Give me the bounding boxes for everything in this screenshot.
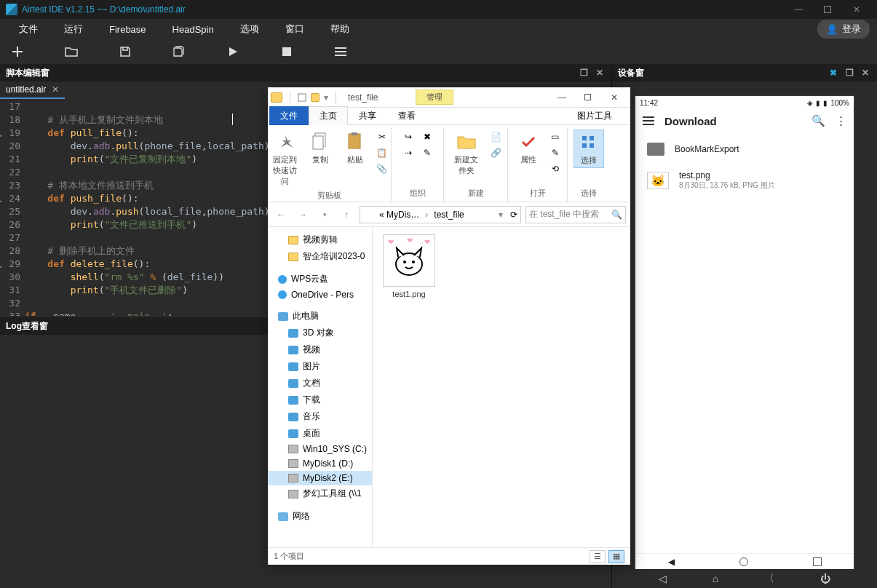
- ribbon-cut-icon[interactable]: ✂: [375, 130, 389, 144]
- tree-item[interactable]: WPS云盘: [268, 271, 372, 287]
- explorer-close-button[interactable]: ✕: [601, 89, 627, 106]
- ribbon-shortcut-icon[interactable]: 📎: [375, 162, 389, 176]
- ribbon-copypath-icon[interactable]: 📋: [375, 146, 389, 160]
- explorer-manage-tab[interactable]: 管理: [416, 90, 453, 105]
- ribbon-easyaccess-icon[interactable]: 🔗: [488, 146, 503, 160]
- search-icon[interactable]: 🔍: [811, 114, 825, 127]
- view-details-button[interactable]: ☰: [590, 550, 606, 563]
- toolbar-save-button[interactable]: [116, 43, 134, 60]
- tree-item[interactable]: 视频: [268, 341, 372, 358]
- list-item[interactable]: BookMarkExport: [635, 135, 854, 163]
- phone-mirror[interactable]: 11:42 ◈ ▮ ▮ 100% Download 🔍 ⋮: [635, 96, 854, 569]
- refresh-icon[interactable]: ⟳: [510, 210, 517, 220]
- breadcrumb[interactable]: test_file: [431, 210, 467, 220]
- ribbon-open-icon[interactable]: ▭: [548, 130, 563, 144]
- explorer-search-box[interactable]: 在 test_file 中搜索 🔍: [525, 206, 626, 223]
- tree-item[interactable]: 梦幻工具组 (\\1: [268, 485, 372, 502]
- address-dropdown-icon[interactable]: ▾: [499, 210, 503, 220]
- ribbon-edit-icon[interactable]: ✎: [548, 146, 563, 160]
- nav-up-button[interactable]: ↑: [338, 206, 355, 223]
- ribbon-tab-home[interactable]: 主页: [309, 106, 348, 125]
- tree-item[interactable]: 智企培训2023-0: [268, 248, 372, 265]
- qat-checkbox-icon[interactable]: [298, 93, 306, 102]
- tree-item[interactable]: 此电脑: [268, 308, 372, 325]
- editor-tab[interactable]: untitled.air ✕: [0, 82, 65, 99]
- editor-panel-close-icon[interactable]: ✕: [594, 67, 606, 79]
- menu-headspin[interactable]: HeadSpin: [159, 20, 227, 39]
- menu-run[interactable]: 运行: [51, 18, 96, 40]
- device-popout-icon[interactable]: ❐: [844, 67, 855, 79]
- explorer-nav-tree[interactable]: 视频剪辑智企培训2023-0WPS云盘OneDrive - Pers此电脑3D …: [268, 227, 373, 547]
- editor-tab-close-icon[interactable]: ✕: [52, 84, 59, 95]
- editor-panel-popout-icon[interactable]: ❐: [578, 67, 590, 79]
- ribbon-rename-icon[interactable]: ✎: [420, 146, 434, 160]
- tree-item[interactable]: 网络: [268, 508, 372, 525]
- nav-recent-dropdown[interactable]: ▾: [316, 206, 333, 223]
- toolbar-more-button[interactable]: [332, 43, 349, 60]
- explorer-minimize-button[interactable]: —: [549, 89, 575, 106]
- ribbon-history-icon[interactable]: ⟲: [548, 162, 563, 176]
- device-prev-button[interactable]: 〈: [764, 572, 774, 585]
- nav-home-icon[interactable]: [739, 557, 748, 566]
- qat-dropdown-icon[interactable]: ▾: [324, 92, 328, 103]
- ribbon-tab-share[interactable]: 共享: [348, 106, 387, 125]
- toolbar-open-button[interactable]: [63, 43, 80, 60]
- breadcrumb[interactable]: « MyDis…: [376, 210, 422, 220]
- tree-item[interactable]: Win10_SYS (C:): [268, 442, 372, 456]
- tree-item[interactable]: 3D 对象: [268, 325, 372, 341]
- ribbon-paste-button[interactable]: 粘贴: [340, 130, 370, 188]
- toolbar-saveall-button[interactable]: [170, 43, 188, 60]
- ribbon-copy-button[interactable]: 复制: [305, 130, 336, 188]
- explorer-content[interactable]: ❤ ❤ ❤ test1.png: [373, 227, 630, 547]
- device-back-button[interactable]: ◁: [659, 573, 667, 584]
- address-box[interactable]: « MyDis… › test_file ▾ ⟳: [360, 206, 521, 223]
- ribbon-tab-view[interactable]: 查看: [387, 106, 426, 125]
- device-power-button[interactable]: ⏻: [820, 573, 830, 584]
- window-minimize-button[interactable]: —: [784, 0, 813, 19]
- ribbon-newitem-icon[interactable]: 📄: [488, 130, 503, 144]
- device-close-icon[interactable]: ✕: [860, 67, 871, 79]
- tree-item[interactable]: OneDrive - Pers: [268, 287, 372, 302]
- nav-back-icon[interactable]: ◀: [668, 557, 675, 567]
- ribbon-copyto-icon[interactable]: ⇢: [401, 146, 416, 160]
- explorer-maximize-button[interactable]: [575, 89, 601, 106]
- tree-item[interactable]: 音乐: [268, 408, 372, 425]
- ribbon-delete-icon[interactable]: ✖: [420, 130, 434, 144]
- file-item[interactable]: ❤ ❤ ❤ test1.png: [380, 234, 438, 298]
- menu-icon[interactable]: [643, 116, 654, 125]
- toolbar-run-button[interactable]: [224, 43, 242, 60]
- ribbon-tab-file[interactable]: 文件: [269, 106, 309, 125]
- tree-item[interactable]: 视频剪辑: [268, 231, 372, 248]
- explorer-titlebar[interactable]: ▾ test_file 管理 — ✕: [268, 87, 630, 108]
- window-maximize-button[interactable]: [813, 0, 842, 19]
- ribbon-newfolder-button[interactable]: 新建文件夹: [448, 130, 484, 178]
- nav-recent-icon[interactable]: [813, 557, 822, 566]
- menu-window[interactable]: 窗口: [272, 18, 317, 40]
- tree-item[interactable]: MyDisk2 (E:): [268, 471, 372, 485]
- ribbon-properties-button[interactable]: 属性: [513, 130, 544, 176]
- tree-item[interactable]: MyDisk1 (D:): [268, 456, 372, 471]
- menu-help[interactable]: 帮助: [317, 18, 362, 40]
- menu-file[interactable]: 文件: [6, 18, 51, 40]
- ribbon-select-button[interactable]: 选择: [574, 130, 604, 168]
- ribbon-tab-picturetools[interactable]: 图片工具: [566, 106, 623, 125]
- nav-forward-button[interactable]: →: [294, 206, 311, 223]
- tree-item[interactable]: 文档: [268, 375, 372, 392]
- window-close-button[interactable]: ✕: [842, 0, 871, 19]
- phone-file-list[interactable]: BookMarkExport 🐱 test.png 8月30日, 13.76 k…: [635, 132, 854, 553]
- list-item[interactable]: 🐱 test.png 8月30日, 13.76 kB, PNG 图片: [635, 163, 854, 198]
- toolbar-stop-button[interactable]: [278, 43, 295, 60]
- ribbon-moveto-icon[interactable]: ↪: [401, 130, 416, 144]
- device-home-button[interactable]: ⌂: [713, 573, 718, 584]
- login-button[interactable]: 👤 登录: [817, 20, 870, 39]
- device-tools-icon[interactable]: ✖: [828, 67, 839, 79]
- qat-folder-icon[interactable]: [311, 93, 320, 102]
- tree-item[interactable]: 下载: [268, 392, 372, 408]
- toolbar-new-button[interactable]: [9, 43, 26, 60]
- tree-item[interactable]: 图片: [268, 358, 372, 375]
- view-icons-button[interactable]: ▦: [608, 550, 624, 563]
- more-icon[interactable]: ⋮: [836, 114, 846, 127]
- menu-firebase[interactable]: Firebase: [96, 20, 159, 39]
- ribbon-pin-button[interactable]: 固定到快速访问: [270, 130, 301, 188]
- tree-item[interactable]: 桌面: [268, 425, 372, 442]
